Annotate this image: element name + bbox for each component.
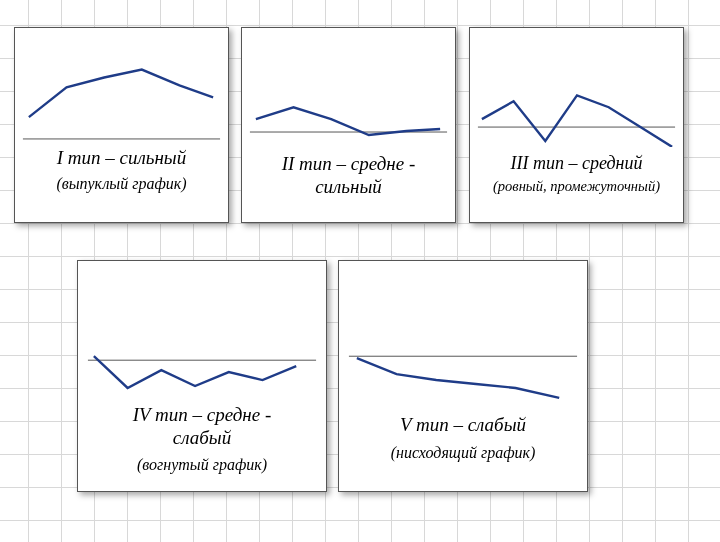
panel-type-5: V тип – слабый (нисходящий график): [338, 260, 588, 492]
title-type-5: V тип – слабый: [339, 414, 587, 437]
chart-type-2: [242, 28, 455, 147]
chart-type-4: [78, 261, 326, 400]
subtitle-type-5: (нисходящий график): [339, 443, 587, 462]
subtitle-type-3: (ровный, промежуточный): [470, 178, 683, 195]
chart-type-1: [15, 28, 228, 147]
title-type-4: IV тип – средне - слабый: [78, 404, 326, 450]
title-type-3: III тип – средний: [470, 153, 683, 175]
title-type-2: II тип – средне - сильный: [242, 153, 455, 199]
panel-type-1: I тип – сильный (выпуклый график): [14, 27, 229, 223]
panel-type-4: IV тип – средне - слабый (вогнутый графи…: [77, 260, 327, 492]
chart-type-5: [339, 261, 587, 400]
subtitle-type-4: (вогнутый график): [78, 455, 326, 474]
panel-type-2: II тип – средне - сильный: [241, 27, 456, 223]
title-type-1: I тип – сильный: [15, 147, 228, 170]
panel-type-3: III тип – средний (ровный, промежуточный…: [469, 27, 684, 223]
subtitle-type-1: (выпуклый график): [15, 174, 228, 193]
chart-type-3: [470, 28, 683, 147]
